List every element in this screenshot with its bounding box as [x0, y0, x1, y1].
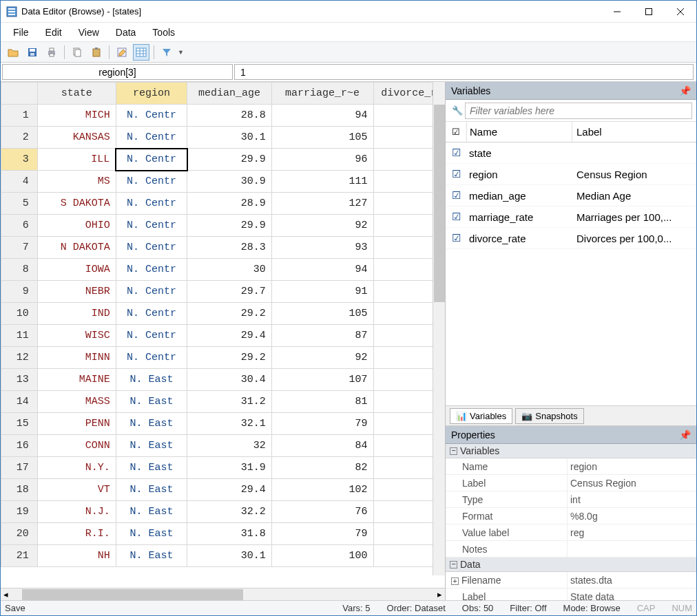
- cell-marriage-rate[interactable]: 102: [271, 479, 373, 501]
- cell-median-age[interactable]: 30.9: [187, 171, 271, 193]
- cell-region[interactable]: N. East: [116, 369, 187, 391]
- cell-state[interactable]: VT: [37, 479, 116, 501]
- checkbox-icon[interactable]: ☑: [446, 232, 466, 244]
- cell-marriage-rate[interactable]: 82: [271, 457, 373, 479]
- cell-marriage-rate[interactable]: 105: [271, 303, 373, 325]
- column-header-state[interactable]: state: [37, 83, 116, 105]
- cell-marriage-rate[interactable]: 84: [271, 435, 373, 457]
- vertical-scrollbar[interactable]: [433, 82, 445, 575]
- cell-region[interactable]: N. Centr: [116, 171, 187, 193]
- cell-state[interactable]: N DAKOTA: [37, 237, 116, 259]
- table-row[interactable]: 8IOWAN. Centr3094: [1, 259, 445, 281]
- cell-marriage-rate[interactable]: 100: [271, 545, 373, 567]
- cell-state[interactable]: OHIO: [37, 215, 116, 237]
- cell-state[interactable]: MICH: [37, 105, 116, 127]
- cell-region[interactable]: N. Centr: [116, 325, 187, 347]
- cell-marriage-rate[interactable]: 96: [271, 149, 373, 171]
- variable-row[interactable]: ☑regionCensus Region: [446, 164, 696, 185]
- variable-row[interactable]: ☑marriage_rateMarriages per 100,...: [446, 206, 696, 228]
- column-header-median-age[interactable]: median_age: [187, 83, 271, 105]
- cell-marriage-rate[interactable]: 94: [271, 259, 373, 281]
- row-number[interactable]: 14: [1, 391, 38, 413]
- table-row[interactable]: 9NEBRN. Centr29.791: [1, 281, 445, 303]
- horizontal-scrollbar[interactable]: ◂ ▸: [1, 588, 445, 600]
- tab-snapshots[interactable]: 📷Snapshots: [515, 408, 583, 424]
- cell-median-age[interactable]: 29.9: [187, 215, 271, 237]
- row-number[interactable]: 9: [1, 281, 38, 303]
- cell-median-age[interactable]: 29.2: [187, 303, 271, 325]
- cell-state[interactable]: MASS: [37, 391, 116, 413]
- row-number[interactable]: 3: [1, 149, 38, 171]
- cell-marriage-rate[interactable]: 111: [271, 171, 373, 193]
- table-row[interactable]: 12MINNN. Centr29.292: [1, 347, 445, 369]
- scrollbar-thumb[interactable]: [22, 589, 243, 600]
- table-row[interactable]: 2KANSASN. Centr30.1105: [1, 127, 445, 149]
- cell-median-age[interactable]: 30.1: [187, 545, 271, 567]
- scroll-right-icon[interactable]: ▸: [435, 589, 445, 599]
- expand-icon[interactable]: +: [451, 577, 459, 585]
- row-number[interactable]: 11: [1, 325, 38, 347]
- variable-row[interactable]: ☑median_ageMedian Age: [446, 185, 696, 206]
- table-row[interactable]: 3ILLN. Centr29.996: [1, 149, 445, 171]
- collapse-icon[interactable]: −: [450, 447, 457, 455]
- cell-state[interactable]: N.J.: [37, 501, 116, 523]
- cell-median-age[interactable]: 31.8: [187, 523, 271, 545]
- prop-value[interactable]: states.dta: [567, 572, 696, 588]
- cell-state[interactable]: ILL: [37, 149, 116, 171]
- wrench-icon[interactable]: 🔧: [450, 105, 465, 116]
- cell-region[interactable]: N. East: [116, 501, 187, 523]
- cell-reference-box[interactable]: region[3]: [2, 64, 233, 80]
- table-row[interactable]: 11WISCN. Centr29.487: [1, 325, 445, 347]
- cell-region[interactable]: N. Centr: [116, 149, 187, 171]
- cell-median-age[interactable]: 29.4: [187, 479, 271, 501]
- column-header-marriage-rate[interactable]: marriage_r~e: [271, 83, 373, 105]
- row-number[interactable]: 5: [1, 193, 38, 215]
- copy-icon[interactable]: [69, 44, 85, 61]
- status-save[interactable]: Save: [5, 603, 34, 613]
- row-number[interactable]: 17: [1, 457, 38, 479]
- cell-marriage-rate[interactable]: 127: [271, 193, 373, 215]
- cell-state[interactable]: IOWA: [37, 259, 116, 281]
- table-row[interactable]: 13MAINEN. East30.4107: [1, 369, 445, 391]
- cell-marriage-rate[interactable]: 107: [271, 369, 373, 391]
- cell-region[interactable]: N. Centr: [116, 347, 187, 369]
- prop-value[interactable]: [567, 541, 696, 557]
- cell-marriage-rate[interactable]: 92: [271, 215, 373, 237]
- cell-marriage-rate[interactable]: 79: [271, 523, 373, 545]
- table-row[interactable]: 19N.J.N. East32.276: [1, 501, 445, 523]
- menu-file[interactable]: File: [6, 25, 36, 40]
- table-row[interactable]: 16CONNN. East3284: [1, 435, 445, 457]
- table-row[interactable]: 20R.I.N. East31.879: [1, 523, 445, 545]
- row-number[interactable]: 16: [1, 435, 38, 457]
- cell-median-age[interactable]: 32: [187, 435, 271, 457]
- menu-edit[interactable]: Edit: [39, 25, 69, 40]
- cell-region[interactable]: N. Centr: [116, 127, 187, 149]
- prop-value[interactable]: int: [567, 491, 696, 507]
- cell-median-age[interactable]: 32.1: [187, 413, 271, 435]
- cell-median-age[interactable]: 32.2: [187, 501, 271, 523]
- prop-group-variables[interactable]: −Variables: [446, 444, 696, 458]
- scrollbar-thumb[interactable]: [434, 105, 445, 302]
- pin-icon[interactable]: 📌: [679, 429, 691, 440]
- checkbox-icon[interactable]: ☑: [446, 189, 466, 202]
- cell-state[interactable]: MS: [37, 171, 116, 193]
- table-row[interactable]: 17N.Y.N. East31.982: [1, 457, 445, 479]
- cell-state[interactable]: KANSAS: [37, 127, 116, 149]
- cell-median-age[interactable]: 28.9: [187, 193, 271, 215]
- cell-region[interactable]: N. Centr: [116, 237, 187, 259]
- row-number[interactable]: 10: [1, 303, 38, 325]
- row-number[interactable]: 12: [1, 347, 38, 369]
- table-row[interactable]: 14MASSN. East31.281: [1, 391, 445, 413]
- cell-marriage-rate[interactable]: 105: [271, 127, 373, 149]
- cell-state[interactable]: WISC: [37, 325, 116, 347]
- cell-median-age[interactable]: 31.9: [187, 457, 271, 479]
- variables-filter-input[interactable]: [465, 103, 692, 119]
- menu-view[interactable]: View: [72, 25, 106, 40]
- row-number[interactable]: 6: [1, 215, 38, 237]
- cell-state[interactable]: MAINE: [37, 369, 116, 391]
- prop-group-data[interactable]: −Data: [446, 557, 696, 572]
- row-number[interactable]: 21: [1, 545, 38, 567]
- corner-header[interactable]: [1, 83, 38, 105]
- cell-state[interactable]: N.Y.: [37, 457, 116, 479]
- table-row[interactable]: 4MSN. Centr30.9111: [1, 171, 445, 193]
